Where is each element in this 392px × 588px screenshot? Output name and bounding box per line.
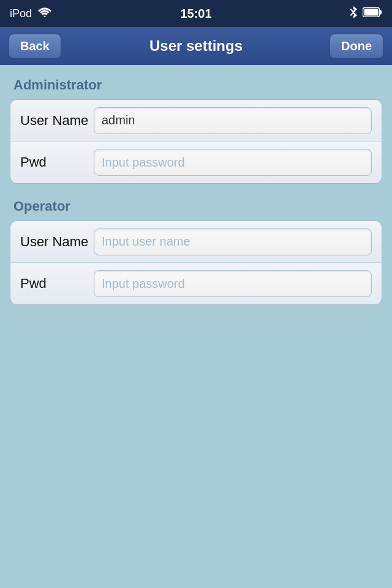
svg-point-0: [44, 15, 46, 17]
label-admin-password: Pwd: [20, 154, 94, 170]
status-left: iPod: [10, 7, 51, 20]
svg-rect-3: [364, 9, 379, 15]
form-row-admin-username: User Name: [10, 100, 382, 141]
input-admin-username[interactable]: [94, 107, 372, 134]
done-button[interactable]: Done: [330, 34, 383, 59]
label-operator-password: Pwd: [20, 276, 94, 292]
content: AdministratorUser NamePwdOperatorUser Na…: [0, 65, 392, 332]
nav-title: User settings: [149, 37, 243, 55]
form-row-admin-password: Pwd: [10, 141, 382, 183]
form-row-operator-password: Pwd: [10, 263, 382, 304]
label-operator-username: User Name: [20, 234, 94, 250]
label-admin-username: User Name: [20, 113, 94, 129]
status-right: [349, 6, 382, 21]
nav-bar: Back User settings Done: [0, 27, 392, 65]
svg-rect-2: [380, 10, 382, 14]
input-operator-username[interactable]: [94, 228, 372, 255]
section-title-operator: Operator: [10, 198, 382, 214]
device-label: iPod: [10, 7, 32, 20]
back-button[interactable]: Back: [9, 34, 61, 59]
status-time: 15:01: [180, 7, 211, 21]
bluetooth-icon: [349, 6, 358, 21]
section-title-administrator: Administrator: [10, 77, 382, 93]
form-group-operator: User NamePwd: [10, 221, 382, 305]
input-admin-password[interactable]: [94, 149, 372, 176]
battery-icon: [363, 7, 382, 20]
status-bar: iPod 15:01: [0, 0, 392, 27]
wifi-icon: [38, 7, 51, 20]
form-row-operator-username: User Name: [10, 221, 382, 263]
form-group-administrator: User NamePwd: [10, 99, 382, 184]
input-operator-password[interactable]: [94, 270, 372, 297]
